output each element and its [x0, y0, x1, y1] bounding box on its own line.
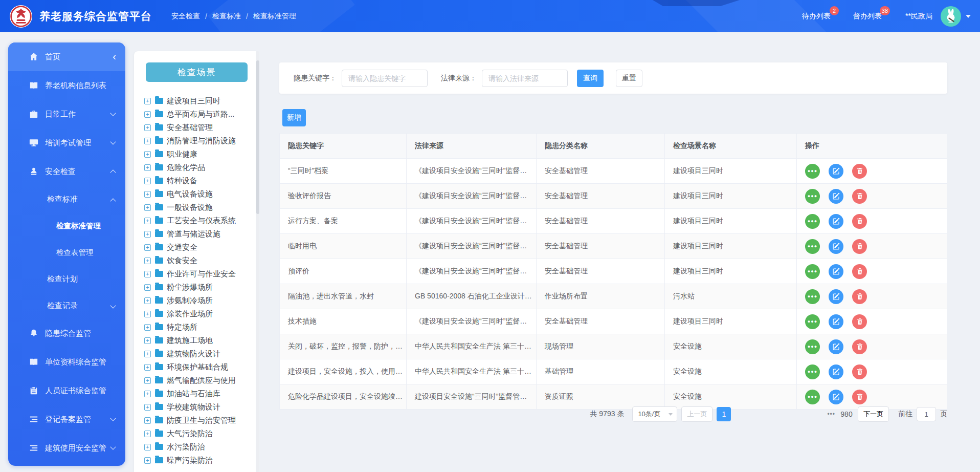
tree-node[interactable]: 特种设备	[144, 174, 251, 187]
page-number[interactable]	[735, 407, 749, 421]
sidebar-item-daily-work[interactable]: 日常工作	[8, 100, 125, 128]
pages-ellipsis[interactable]: •••	[827, 411, 835, 418]
expand-plus-icon[interactable]	[144, 391, 151, 397]
query-button[interactable]: 查询	[577, 70, 604, 87]
page-number[interactable]	[790, 407, 805, 421]
sidebar-item-org-info-list[interactable]: 养老机构信息列表	[8, 71, 125, 100]
edit-button[interactable]	[829, 339, 843, 354]
tree-node[interactable]: 一般设备设施	[144, 201, 251, 214]
sidebar-item-check-plan[interactable]: 检查计划	[8, 266, 125, 292]
expand-plus-icon[interactable]	[144, 417, 151, 424]
expand-plus-icon[interactable]	[144, 98, 151, 104]
edit-button[interactable]	[829, 239, 843, 254]
edit-button[interactable]	[829, 314, 843, 329]
expand-plus-icon[interactable]	[144, 324, 151, 331]
scene-tree-header-button[interactable]: 检查场景	[146, 62, 248, 82]
more-actions-button[interactable]: ●●●	[805, 164, 820, 179]
sidebar-item-registration-supervision[interactable]: 登记备案监管	[8, 405, 125, 434]
expand-plus-icon[interactable]	[144, 244, 151, 251]
delete-button[interactable]	[852, 164, 867, 179]
expand-plus-icon[interactable]	[144, 444, 151, 450]
tree-node[interactable]: 建设项目三同时	[144, 94, 251, 108]
delete-button[interactable]	[852, 239, 867, 254]
expand-plus-icon[interactable]	[144, 297, 151, 304]
law-source-input[interactable]	[482, 70, 568, 87]
more-actions-button[interactable]: ●●●	[805, 289, 820, 304]
expand-plus-icon[interactable]	[144, 457, 151, 464]
delete-button[interactable]	[852, 314, 867, 329]
delete-button[interactable]	[852, 189, 867, 204]
page-number-active[interactable]: 1	[717, 407, 731, 421]
tree-node[interactable]: 总平面布局与道路...	[144, 108, 251, 121]
user-avatar[interactable]	[941, 6, 961, 27]
expand-plus-icon[interactable]	[144, 311, 151, 317]
expand-plus-icon[interactable]	[144, 151, 151, 158]
tree-node[interactable]: 学校建筑物设计	[144, 400, 251, 414]
more-actions-button[interactable]: ●●●	[805, 364, 820, 379]
more-actions-button[interactable]: ●●●	[805, 189, 820, 204]
todo-list-link[interactable]: 待办列表 2	[802, 12, 831, 21]
expand-plus-icon[interactable]	[144, 337, 151, 344]
sidebar-item-home[interactable]: 首页 ‹	[8, 42, 125, 71]
page-number[interactable]	[753, 407, 768, 421]
more-actions-button[interactable]: ●●●	[805, 214, 820, 229]
more-actions-button[interactable]: ●●●	[805, 390, 820, 404]
tree-node[interactable]: 建筑物防火设计	[144, 347, 251, 360]
expand-plus-icon[interactable]	[144, 178, 151, 184]
tree-node[interactable]: 特定场所	[144, 320, 251, 334]
prev-page-button[interactable]: 上一页	[681, 406, 712, 422]
edit-button[interactable]	[829, 390, 843, 404]
page-number-last[interactable]: 980	[839, 407, 854, 421]
tree-node[interactable]: 燃气输配供应与使用	[144, 374, 251, 387]
expand-plus-icon[interactable]	[144, 404, 151, 411]
tree-node[interactable]: 涂装作业场所	[144, 307, 251, 320]
delete-button[interactable]	[852, 289, 867, 304]
tree-node[interactable]: 噪声污染防治	[144, 454, 251, 467]
user-menu-caret-icon[interactable]	[966, 15, 971, 18]
sidebar-item-check-standard[interactable]: 检查标准	[8, 186, 125, 212]
tree-node[interactable]: 水污染防治	[144, 440, 251, 454]
expand-plus-icon[interactable]	[144, 191, 151, 198]
delete-button[interactable]	[852, 339, 867, 354]
expand-plus-icon[interactable]	[144, 231, 151, 238]
tree-node[interactable]: 工艺安全与仪表系统	[144, 214, 251, 227]
edit-button[interactable]	[829, 289, 843, 304]
tree-node[interactable]: 大气污染防治	[144, 427, 251, 440]
tree-node[interactable]: 电气设备设施	[144, 187, 251, 201]
sidebar-item-check-table-mgmt[interactable]: 检查表管理	[8, 239, 125, 266]
goto-page-input[interactable]	[917, 407, 936, 421]
page-number[interactable]	[772, 407, 786, 421]
delete-button[interactable]	[852, 364, 867, 379]
sidebar-item-unit-data-supervision[interactable]: 单位资料综合监管	[8, 348, 125, 376]
tree-scrollbar-thumb[interactable]	[256, 60, 259, 214]
edit-button[interactable]	[829, 164, 843, 179]
tree-node[interactable]: 作业许可与作业安全	[144, 267, 251, 281]
page-number[interactable]	[809, 407, 823, 421]
delete-button[interactable]	[852, 264, 867, 279]
breadcrumb-item[interactable]: 安全检查	[171, 12, 200, 21]
expand-plus-icon[interactable]	[144, 111, 151, 118]
expand-plus-icon[interactable]	[144, 138, 151, 144]
reset-button[interactable]: 重置	[616, 70, 642, 87]
tree-node[interactable]: 建筑施工场地	[144, 334, 251, 347]
tree-node[interactable]: 饮食安全	[144, 254, 251, 267]
sidebar-item-check-record[interactable]: 检查记录	[8, 292, 125, 319]
tree-node[interactable]: 环境保护基础合规	[144, 360, 251, 374]
tree-node[interactable]: 防疫卫生与治安管理	[144, 414, 251, 427]
tree-scrollbar[interactable]	[256, 51, 259, 472]
sidebar-item-building-safety-supervision[interactable]: 建筑使用安全监管	[8, 434, 125, 462]
supervise-list-link[interactable]: 督办列表 38	[853, 12, 882, 21]
edit-button[interactable]	[829, 189, 843, 204]
sidebar-item-training-exam[interactable]: 培训考试管理	[8, 128, 125, 157]
sidebar-item-check-standard-mgmt[interactable]: 检查标准管理	[8, 212, 125, 239]
sidebar-item-hazard-supervision[interactable]: 隐患综合监管	[8, 319, 125, 348]
expand-plus-icon[interactable]	[144, 204, 151, 211]
expand-plus-icon[interactable]	[144, 218, 151, 224]
sidebar-item-safety-check[interactable]: 安全检查	[8, 157, 125, 186]
edit-button[interactable]	[829, 364, 843, 379]
expand-plus-icon[interactable]	[144, 284, 151, 291]
sidebar-collapse-icon[interactable]: ‹	[113, 50, 116, 63]
expand-plus-icon[interactable]	[144, 351, 151, 357]
tree-node[interactable]: 消防管理与消防设施	[144, 134, 251, 147]
expand-plus-icon[interactable]	[144, 124, 151, 131]
